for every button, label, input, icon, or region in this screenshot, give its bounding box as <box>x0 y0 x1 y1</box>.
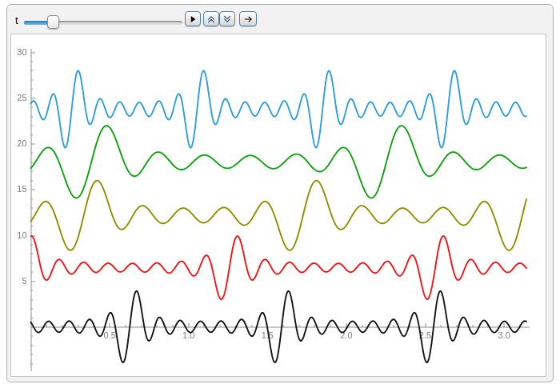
slider-thumb[interactable] <box>47 15 59 29</box>
play-button[interactable] <box>185 11 201 26</box>
parameter-label: t <box>15 15 18 26</box>
t-slider[interactable] <box>24 12 182 33</box>
double-chevron-down-icon <box>222 14 232 24</box>
slower-button[interactable] <box>219 11 235 26</box>
manipulate-panel: t <box>6 4 554 382</box>
play-icon <box>188 14 198 24</box>
plot-panel <box>10 34 546 377</box>
step-direction-button[interactable] <box>239 11 257 26</box>
wave-plot-canvas <box>11 34 546 376</box>
right-arrow-icon <box>243 14 254 24</box>
faster-button[interactable] <box>203 11 219 26</box>
double-chevron-up-icon <box>206 14 216 24</box>
